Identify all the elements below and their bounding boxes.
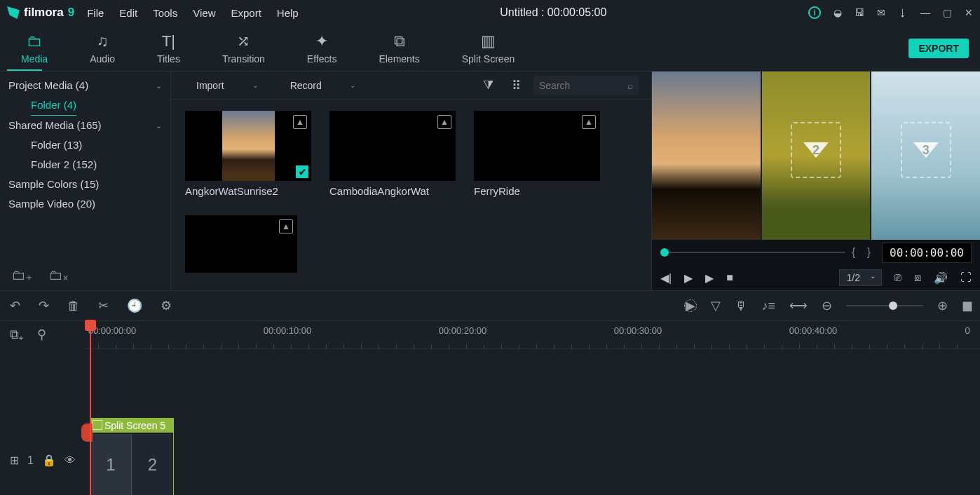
tree-project-media[interactable]: Project Media (4)⌄ xyxy=(8,76,162,95)
preview-pane-1[interactable] xyxy=(652,72,762,240)
mail-icon[interactable]: ✉ xyxy=(877,7,885,18)
maximize-icon[interactable]: ▢ xyxy=(943,7,952,18)
workarea: Project Media (4)⌄ Folder (4) Shared Med… xyxy=(0,72,980,290)
tab-effects[interactable]: ✦Effects xyxy=(286,32,358,65)
stop-icon[interactable]: ■ xyxy=(726,271,733,284)
close-icon[interactable]: ✕ xyxy=(965,7,973,18)
tab-splitscreen[interactable]: ▥Split Screen xyxy=(441,32,536,65)
track-number: 1 xyxy=(27,454,34,467)
zoom-out-icon[interactable]: ⊖ xyxy=(822,298,832,313)
clip-segment-2[interactable]: 2 xyxy=(132,434,173,495)
menu-help[interactable]: Help xyxy=(277,7,299,19)
grid-view-icon[interactable]: ⠿ xyxy=(506,78,526,93)
tab-titles[interactable]: T|Titles xyxy=(136,32,201,65)
preview-pane-3[interactable]: 3 xyxy=(871,72,980,240)
search-input[interactable]: ⌕ xyxy=(533,76,639,95)
mark-in-out-icon[interactable]: { } xyxy=(852,246,875,259)
time-ruler[interactable]: 00:00:00:00 00:00:10:00 00:00:20:00 00:0… xyxy=(84,321,980,349)
chevron-down-icon: ⌄ xyxy=(156,116,162,135)
info-icon[interactable]: i xyxy=(808,6,821,19)
chevron-down-icon: ⌄ xyxy=(156,76,162,95)
tree-shared-media[interactable]: Shared Media (165)⌄ xyxy=(8,116,162,135)
menu-view[interactable]: View xyxy=(193,7,215,19)
tab-media[interactable]: 🗀Media xyxy=(0,32,69,65)
tree-folder-1[interactable]: Folder (13) xyxy=(8,135,162,155)
fit-icon[interactable]: ⟷ xyxy=(789,298,808,313)
save-icon[interactable]: 🖫 xyxy=(855,7,864,18)
preview-canvas[interactable]: 2 3 xyxy=(652,72,980,240)
magnet-icon[interactable]: ⚲ xyxy=(37,327,46,342)
clip-segment-1[interactable]: 1 xyxy=(90,434,132,495)
display-settings-icon[interactable]: ⎚ xyxy=(894,271,901,284)
record-dropdown[interactable]: Record⌄ xyxy=(278,80,368,91)
image-type-icon: ▲ xyxy=(279,219,293,233)
menu-edit[interactable]: Edit xyxy=(119,7,137,19)
download-icon[interactable]: ⭣ xyxy=(898,7,908,18)
tab-audio[interactable]: ♫Audio xyxy=(69,32,136,65)
media-item[interactable]: ▲ xyxy=(185,215,311,273)
account-icon[interactable]: ◒ xyxy=(833,7,842,18)
snapshot-icon[interactable]: ⧇ xyxy=(914,271,921,284)
delete-icon[interactable]: 🗑 xyxy=(67,299,80,313)
preview-controls: ◀| ▶ ▶ ■ 1/2⌄ ⎚ ⧇ 🔊 ⛶ xyxy=(652,265,980,290)
scrub-knob[interactable] xyxy=(660,248,669,257)
redo-icon[interactable]: ↷ xyxy=(39,298,49,313)
clip-thumb-icon xyxy=(93,420,102,430)
filter-icon[interactable]: ⧩ xyxy=(477,78,499,93)
menu-export[interactable]: Export xyxy=(231,7,261,19)
zoom-ratio-select[interactable]: 1/2⌄ xyxy=(839,269,882,286)
menu-tools[interactable]: Tools xyxy=(153,7,177,19)
search-field[interactable] xyxy=(539,80,627,91)
tab-transition[interactable]: ⤮Transition xyxy=(201,32,286,65)
play-icon[interactable]: ▶ xyxy=(684,271,693,285)
volume-icon[interactable]: 🔊 xyxy=(934,271,948,285)
menu-file[interactable]: File xyxy=(87,7,104,19)
search-icon[interactable]: ⌕ xyxy=(627,80,633,91)
marker-icon[interactable]: ▽ xyxy=(711,298,721,313)
effects-icon: ✦ xyxy=(315,32,328,50)
visibility-icon[interactable]: 👁 xyxy=(64,454,76,467)
tree-sample-colors[interactable]: Sample Colors (15) xyxy=(8,175,162,194)
zoom-in-icon[interactable]: ⊕ xyxy=(937,298,948,313)
add-track-icon[interactable]: ⧉₊ xyxy=(10,327,23,342)
media-item[interactable]: ▲ FerryRide xyxy=(474,111,600,197)
image-type-icon: ▲ xyxy=(293,115,307,129)
media-name: AngkorWatSunrise2 xyxy=(185,185,311,197)
add-folder-icon[interactable]: 🗀₊ xyxy=(11,266,33,283)
settings-sliders-icon[interactable]: ⚙ xyxy=(161,298,172,313)
step-back-icon[interactable]: ◀| xyxy=(660,271,672,285)
cut-icon[interactable]: ✂ xyxy=(98,298,109,313)
export-button[interactable]: EXPORT xyxy=(908,39,969,58)
timeline-view-icon[interactable]: ▮▮ xyxy=(962,298,970,313)
image-type-icon: ▲ xyxy=(437,115,451,129)
lock-icon[interactable]: 🔒 xyxy=(42,454,56,467)
undo-icon[interactable]: ↶ xyxy=(10,298,20,313)
fullscreen-icon[interactable]: ⛶ xyxy=(960,271,972,284)
thumbnail: ▲✔ xyxy=(185,111,311,181)
audio-mixer-icon[interactable]: ♪≡ xyxy=(761,299,775,313)
folder-icon: 🗀 xyxy=(27,32,42,50)
media-item[interactable]: ▲✔ AngkorWatSunrise2 xyxy=(185,111,311,197)
scrub-track[interactable] xyxy=(660,252,845,253)
library-toolbar: Import⌄ Record⌄ ⧩ ⠿ ⌕ xyxy=(171,72,651,100)
tab-elements[interactable]: ⧉Elements xyxy=(358,32,440,65)
zoom-slider[interactable] xyxy=(846,305,923,306)
render-preview-icon[interactable]: ▶ xyxy=(684,299,697,312)
timeline-clip[interactable]: Split Screen 5 1 2 xyxy=(90,418,174,495)
minimize-icon[interactable]: — xyxy=(920,7,930,18)
play-all-icon[interactable]: ▶ xyxy=(705,271,714,285)
preview-pane-2[interactable]: 2 xyxy=(762,72,872,240)
zoom-knob[interactable] xyxy=(889,301,897,310)
remove-folder-icon[interactable]: 🗀ₓ xyxy=(48,266,69,283)
import-dropdown[interactable]: Import⌄ xyxy=(184,80,271,91)
tree-folder-selected[interactable]: Folder (4) xyxy=(8,95,162,116)
tree-sample-video[interactable]: Sample Video (20) xyxy=(8,194,162,214)
chevron-down-icon: ⌄ xyxy=(252,81,258,89)
playhead[interactable] xyxy=(90,321,91,495)
track-area[interactable]: Split Screen 5 1 2 xyxy=(84,349,980,495)
tree-folder-2[interactable]: Folder 2 (152) xyxy=(8,155,162,175)
media-item[interactable]: ▲ CambodiaAngkorWat xyxy=(329,111,456,197)
drop-slot-icon: 3 xyxy=(901,122,951,178)
duration-icon[interactable]: 🕘 xyxy=(127,298,142,313)
voiceover-icon[interactable]: 🎙 xyxy=(735,299,747,313)
